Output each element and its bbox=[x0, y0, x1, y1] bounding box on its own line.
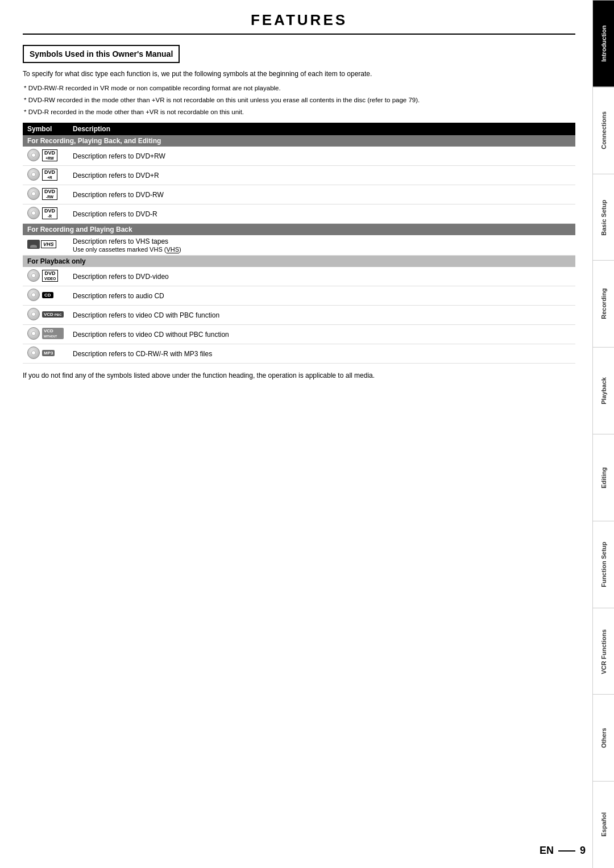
sidebar-tab-recording[interactable]: Recording bbox=[593, 260, 614, 347]
disc-icon bbox=[27, 168, 40, 181]
table-row: DVD VIDEO Description refers to DVD-vide… bbox=[23, 267, 575, 286]
dvd-badge-minus-r: DVD -R bbox=[42, 207, 57, 219]
symbol-dvd-minus-rw: DVD -RW bbox=[23, 185, 68, 205]
subheader-recording-editing: For Recording, Playing Back, and Editing bbox=[23, 135, 575, 147]
symbol-cd: CD bbox=[23, 286, 68, 306]
bullet-1: * DVD-RW/-R recorded in VR mode or non c… bbox=[24, 84, 575, 94]
symbol-vcd-no-pbc: VCD WITHOUT bbox=[23, 325, 68, 344]
symbol-dvd-minus-r: DVD -R bbox=[23, 205, 68, 224]
intro-text: To specify for what disc type each funct… bbox=[23, 69, 575, 79]
symbol-dvd-plus-rw: DVD +RW bbox=[23, 147, 68, 166]
sidebar: Introduction Connections Basic Setup Rec… bbox=[592, 0, 614, 868]
disc-icon bbox=[27, 289, 40, 301]
col-header-desc: Description bbox=[68, 123, 575, 135]
dvd-badge-plus-rw: DVD +RW bbox=[42, 149, 57, 161]
vhs-note: Use only cassettes marked VHS (VHS) bbox=[73, 246, 571, 253]
vhs-badge: VHS bbox=[27, 240, 56, 249]
disc-icon bbox=[27, 207, 40, 219]
desc-vcd-no-pbc: Description refers to video CD without P… bbox=[68, 325, 575, 344]
table-row: DVD +RW Description refers to DVD+RW bbox=[23, 147, 575, 166]
sidebar-tab-vcr-functions[interactable]: VCR Functions bbox=[593, 608, 614, 695]
page-title: FEATURES bbox=[23, 11, 575, 35]
symbol-mp3: MP3 bbox=[23, 344, 68, 364]
table-row: MP3 Description refers to CD-RW/-R with … bbox=[23, 344, 575, 364]
desc-dvd-plus-rw: Description refers to DVD+RW bbox=[68, 147, 575, 166]
symbols-table: Symbol Description For Recording, Playin… bbox=[23, 123, 575, 364]
desc-cd: Description refers to audio CD bbox=[68, 286, 575, 306]
bottom-divider bbox=[558, 850, 575, 852]
subheader-playback-only: For Playback only bbox=[23, 256, 575, 268]
disc-icon bbox=[27, 149, 40, 161]
main-content: FEATURES Symbols Used in this Owner's Ma… bbox=[0, 0, 592, 398]
disc-icon bbox=[27, 327, 40, 340]
vhs-label: VHS bbox=[41, 240, 56, 248]
bottom-bar: EN 9 bbox=[540, 845, 586, 857]
bullet-2: * DVD-RW recorded in the mode other than… bbox=[24, 95, 575, 106]
table-row: VCD PBC Description refers to video CD w… bbox=[23, 306, 575, 325]
symbol-vhs: VHS bbox=[23, 235, 68, 256]
col-header-symbol: Symbol bbox=[23, 123, 68, 135]
desc-dvd-plus-r: Description refers to DVD+R bbox=[68, 166, 575, 185]
subheader-recording-playback: For Recording and Playing Back bbox=[23, 224, 575, 236]
desc-vhs: Description refers to VHS tapes Use only… bbox=[68, 235, 575, 256]
table-row: VCD WITHOUT Description refers to video … bbox=[23, 325, 575, 344]
table-row: VHS Description refers to VHS tapes Use … bbox=[23, 235, 575, 256]
sidebar-tab-espanol[interactable]: Español bbox=[593, 781, 614, 868]
bullet-points: * DVD-RW/-R recorded in VR mode or non c… bbox=[23, 84, 575, 117]
disc-icon bbox=[27, 347, 40, 359]
dvd-badge-plus-r: DVD +R bbox=[42, 169, 57, 181]
sidebar-tab-basic-setup[interactable]: Basic Setup bbox=[593, 174, 614, 261]
sidebar-tab-playback[interactable]: Playback bbox=[593, 347, 614, 434]
table-row: DVD -RW Description refers to DVD-RW bbox=[23, 185, 575, 205]
disc-icon bbox=[27, 187, 40, 200]
symbol-vcd-pbc: VCD PBC bbox=[23, 306, 68, 325]
desc-dvd-minus-r: Description refers to DVD-R bbox=[68, 205, 575, 224]
sidebar-tab-function-setup[interactable]: Function Setup bbox=[593, 521, 614, 608]
disc-icon bbox=[27, 308, 40, 320]
dvd-badge-video: DVD VIDEO bbox=[42, 270, 58, 282]
vhs-icon bbox=[27, 240, 40, 249]
page-number: 9 bbox=[580, 845, 586, 857]
sidebar-tab-introduction[interactable]: Introduction bbox=[593, 0, 614, 87]
desc-mp3: Description refers to CD-RW/-R with MP3 … bbox=[68, 344, 575, 364]
table-row: DVD -R Description refers to DVD-R bbox=[23, 205, 575, 224]
table-row: CD Description refers to audio CD bbox=[23, 286, 575, 306]
vcd-pbc-label: VCD PBC bbox=[42, 311, 64, 318]
dvd-badge-minus-rw: DVD -RW bbox=[42, 188, 57, 200]
section-title: Symbols Used in this Owner's Manual bbox=[23, 45, 180, 63]
desc-vcd-pbc: Description refers to video CD with PBC … bbox=[68, 306, 575, 325]
desc-dvd-video: Description refers to DVD-video bbox=[68, 267, 575, 286]
symbol-dvd-video: DVD VIDEO bbox=[23, 267, 68, 286]
cd-label: CD bbox=[42, 292, 53, 298]
sidebar-tab-connections[interactable]: Connections bbox=[593, 87, 614, 174]
mp3-label: MP3 bbox=[42, 350, 55, 356]
vcd-no-pbc-label: VCD WITHOUT bbox=[42, 328, 64, 339]
table-row: DVD +R Description refers to DVD+R bbox=[23, 166, 575, 185]
sidebar-tab-others[interactable]: Others bbox=[593, 694, 614, 781]
bullet-3: * DVD-R recorded in the mode other than … bbox=[24, 107, 575, 118]
sidebar-tab-editing[interactable]: Editing bbox=[593, 434, 614, 521]
footer-text: If you do not find any of the symbols li… bbox=[23, 370, 575, 381]
desc-dvd-minus-rw: Description refers to DVD-RW bbox=[68, 185, 575, 205]
language-label: EN bbox=[540, 845, 554, 857]
disc-icon bbox=[27, 269, 40, 282]
symbol-dvd-plus-r: DVD +R bbox=[23, 166, 68, 185]
